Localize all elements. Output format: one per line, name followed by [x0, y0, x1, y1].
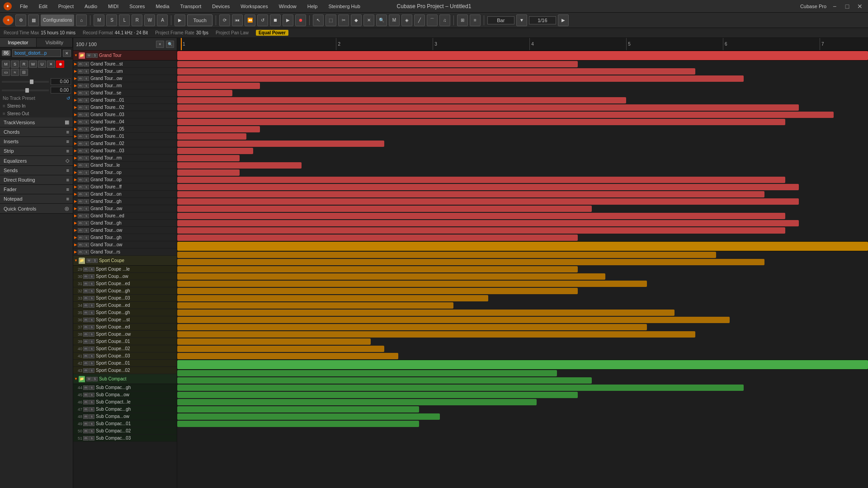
track-row[interactable]: 49 ms Sub Compac...01 [73, 420, 177, 427]
touch-button[interactable]: Touch [187, 14, 212, 26]
menu-steinberg-hub[interactable]: Steinberg Hub [326, 3, 363, 10]
track-row[interactable]: ▶ m s Grand Tour...um [73, 68, 177, 75]
group-s-grand-tour[interactable]: S [92, 53, 98, 58]
track-row[interactable]: ▶ ms Grand Toure...ed [73, 212, 177, 220]
section-chords-header[interactable]: Chords ≡ [0, 127, 73, 136]
fader-track[interactable] [2, 81, 49, 83]
tb-play[interactable]: ▶ [283, 14, 293, 26]
section-track-versions-header[interactable]: TrackVersions ▦ [0, 117, 73, 127]
track-m[interactable]: m [78, 69, 83, 74]
tb-range[interactable]: ⬚ [326, 14, 336, 26]
track-row[interactable]: 43 ms Sport Coupe...02 [73, 367, 177, 374]
tb-curve[interactable]: ⌒ [427, 14, 438, 26]
track-row[interactable]: ▶ ms Grand Tour...ow [73, 205, 177, 212]
track-row[interactable]: ▶ ms Grand Tour...gh [73, 234, 177, 241]
track-row[interactable]: ▶ m s Grand Tour...rm [73, 82, 177, 89]
track-s[interactable]: s [84, 91, 89, 95]
track-row[interactable]: ▶ ms Grand Tour...ow [73, 241, 177, 249]
tb-config[interactable]: Configurations [41, 14, 74, 26]
tb-quantize-down[interactable]: ▼ [516, 14, 527, 26]
track-row[interactable]: 40 ms Sport Coupe...02 [73, 345, 177, 352]
tb-select[interactable]: ↖ [313, 14, 324, 26]
track-row[interactable]: ▶ ms Grand Tour...le [73, 162, 177, 169]
track-m[interactable]: m [78, 84, 83, 88]
tb-erase[interactable]: ✕ [363, 14, 374, 26]
menu-file[interactable]: File [17, 3, 31, 10]
tb-home[interactable]: ⌂ [76, 14, 87, 26]
track-row[interactable]: 34 ms Sport Coupe...ed [73, 302, 177, 309]
track-row[interactable]: ▶ ms Grand Toure...ff [73, 183, 177, 191]
track-row[interactable]: 29 ms Sport Coupe ...le [73, 266, 177, 273]
tb-split[interactable]: ✂ [338, 14, 349, 26]
track-row[interactable]: 45 ms Sub Compa...ow [73, 391, 177, 399]
pan-handle[interactable] [25, 88, 29, 93]
tb-back[interactable]: ⏪ [245, 14, 255, 26]
tb-perf[interactable]: ▶ [175, 14, 185, 26]
menu-window[interactable]: Window [276, 3, 299, 10]
pan-track[interactable] [2, 89, 49, 91]
track-row[interactable]: 46 ms Sub Compact...le [73, 399, 177, 406]
tc-u[interactable]: U [38, 61, 46, 68]
track-m[interactable]: m [78, 91, 83, 95]
track-row[interactable]: 39 ms Sport Coupe...01 [73, 338, 177, 345]
tb-grid[interactable]: ▦ [28, 14, 39, 26]
track-s[interactable]: s [84, 76, 89, 81]
track-row[interactable]: 32 ms Sport Coupe...gh [73, 287, 177, 295]
tb-stop[interactable]: ⏹ [270, 14, 281, 26]
track-row[interactable]: ▶ m s Grand Tour...ow [73, 75, 177, 82]
group-m-grand-tour[interactable]: M [86, 53, 92, 58]
tb-record[interactable]: ⏺ [295, 14, 306, 26]
tb-chord[interactable]: ≡ [470, 14, 481, 26]
section-direct-routing-header[interactable]: Direct Routing ≡ [0, 175, 73, 184]
tc-x[interactable]: ✕ [47, 61, 55, 68]
tc-s[interactable]: S [11, 61, 19, 68]
tb-loop[interactable]: ↺ [257, 14, 268, 26]
group-grand-tour-row[interactable]: ▼ 📁 M S Grand Tour [73, 51, 177, 61]
tb-comp[interactable]: ◈ [401, 14, 412, 26]
track-row[interactable]: 50 ms Sub Compac...02 [73, 427, 177, 435]
track-row[interactable]: ▶ ms Grand Tour...on [73, 191, 177, 198]
tb-rewind[interactable]: ⏮ [232, 14, 243, 26]
track-row[interactable]: 48 ms Sub Compa...ow [73, 413, 177, 420]
track-row[interactable]: ▶ ms Grand Tour...op [73, 176, 177, 183]
track-row[interactable]: ▶ ms Grand Toure...02 [73, 140, 177, 147]
track-row[interactable]: 42 ms Sport Coupe...01 [73, 360, 177, 367]
track-row[interactable]: ▶ m s Grand Tour...se [73, 89, 177, 97]
group-s-sport-coupe[interactable]: S [92, 258, 98, 263]
tb-speaker[interactable]: ♫ [439, 14, 450, 26]
menu-transport[interactable]: Transport [178, 3, 204, 10]
track-row[interactable]: 35 ms Sport Coupe...gh [73, 309, 177, 316]
timeline-area[interactable] [177, 51, 868, 488]
tb-line[interactable]: ╱ [414, 14, 425, 26]
track-row[interactable]: ▶ ms Grand Toure...03 [73, 111, 177, 118]
track-row[interactable]: ▶ ms Grand Toure...01 [73, 133, 177, 140]
track-m[interactable]: m [78, 62, 83, 66]
tc-m[interactable]: M [2, 61, 10, 68]
tb-glue[interactable]: ◆ [351, 14, 362, 26]
track-row[interactable]: ▶ ms Grand Toure...03 [73, 147, 177, 155]
menu-audio[interactable]: Audio [82, 3, 100, 10]
track-s[interactable]: s [84, 69, 89, 74]
fader-handle[interactable] [30, 80, 33, 84]
group-m-sport-coupe[interactable]: M [86, 258, 92, 263]
track-name-display[interactable]: boost_distort...p [12, 49, 61, 57]
section-notepad-header[interactable]: Notepad ≡ [0, 194, 73, 203]
minimize-button[interactable]: − [830, 2, 839, 11]
section-fader-header[interactable]: Fader ≡ [0, 185, 73, 194]
track-row[interactable]: ▶ ms Grand Tour...rs [73, 249, 177, 256]
tc-eq1[interactable]: ≈ [11, 69, 19, 76]
track-list-add[interactable]: + [156, 41, 164, 48]
menu-workspaces[interactable]: Workspaces [238, 3, 270, 10]
tb-r[interactable]: R [132, 14, 142, 26]
track-row[interactable]: 44 ms Sub Compac...gh [73, 384, 177, 391]
menu-devices[interactable]: Devices [209, 3, 232, 10]
tc-eq2[interactable]: ⊟ [20, 69, 28, 76]
tb-l[interactable]: L [119, 14, 130, 26]
track-row[interactable]: 31 ms Sport Coupe...ed [73, 280, 177, 287]
tb-snap[interactable]: ⊞ [457, 14, 468, 26]
menu-media[interactable]: Media [153, 3, 172, 10]
track-list-search[interactable]: 🔍 [166, 41, 174, 48]
track-m[interactable]: m [78, 76, 83, 81]
group-m-sub-compact[interactable]: M [86, 377, 92, 381]
track-config-btn[interactable]: ✕ [63, 50, 71, 57]
